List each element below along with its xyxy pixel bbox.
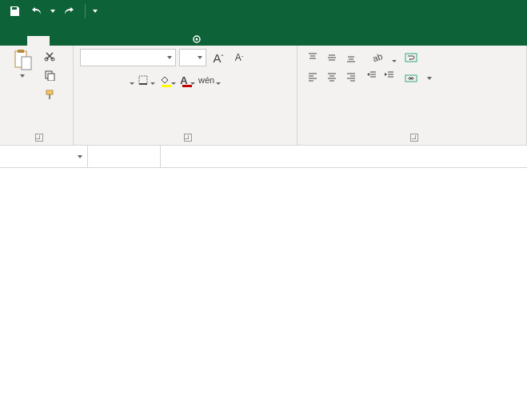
clipboard-dialog-launcher[interactable] [35,134,43,142]
svg-rect-8 [48,74,54,81]
redo-icon[interactable] [59,2,78,20]
tab-view[interactable] [162,36,184,46]
tab-pagelayout[interactable] [72,36,94,46]
align-right-icon[interactable] [342,68,360,86]
svg-rect-3 [18,50,24,53]
svg-point-1 [196,38,198,41]
svg-text:ab: ab [371,52,382,63]
align-top-icon[interactable] [304,49,321,66]
wrap-text-button[interactable] [405,49,432,66]
tab-insert[interactable] [50,36,72,46]
tab-data[interactable] [117,36,139,46]
svg-rect-41 [405,54,417,62]
shrink-font-icon[interactable]: Aˇ [230,49,248,66]
save-icon[interactable] [5,2,24,20]
name-box[interactable] [0,146,88,167]
formula-input[interactable] [161,146,527,167]
ribbon: Aˆ Aˇ A wén [0,46,527,146]
separator [85,4,86,18]
border-button[interactable] [138,71,157,89]
formula-bar [0,146,527,168]
undo-icon[interactable] [27,2,46,20]
cut-icon[interactable] [42,49,58,63]
bold-button[interactable] [80,71,98,89]
align-left-icon[interactable] [304,68,321,86]
font-name-select[interactable] [80,49,176,66]
increase-indent-icon[interactable] [381,66,398,84]
grow-font-icon[interactable]: Aˆ [210,49,227,66]
tab-formulas[interactable] [94,36,117,46]
tab-home[interactable] [27,36,50,46]
quick-access-toolbar [0,0,527,22]
font-size-select[interactable] [179,49,206,66]
group-alignment: ab [297,46,527,145]
ribbon-tabs [0,22,527,46]
align-bottom-icon[interactable] [342,49,360,66]
copy-icon[interactable] [42,68,58,82]
decrease-indent-icon[interactable] [363,66,381,84]
font-color-button[interactable]: A [179,71,197,89]
svg-rect-9 [46,90,53,94]
tab-file[interactable] [5,36,27,46]
format-painter-icon[interactable] [42,87,58,102]
svg-rect-4 [22,57,31,70]
align-middle-icon[interactable] [323,49,341,66]
customize-qat-icon[interactable] [92,2,98,20]
font-dialog-launcher[interactable] [184,134,192,142]
svg-rect-11 [139,76,147,84]
tell-me-search[interactable] [184,34,216,46]
svg-rect-10 [49,94,50,99]
undo-dropdown-icon[interactable] [50,2,56,20]
tab-review[interactable] [139,36,162,46]
merge-center-button[interactable] [405,70,432,87]
orientation-button[interactable]: ab [363,49,398,66]
fill-color-button[interactable] [158,71,178,89]
group-clipboard [0,46,74,145]
phonetic-button[interactable]: wén [198,71,222,89]
align-center-icon[interactable] [323,68,341,86]
alignment-dialog-launcher[interactable] [410,134,418,142]
paste-button[interactable] [6,49,38,78]
italic-button[interactable] [99,71,117,89]
group-font: Aˆ Aˇ A wén [74,46,297,145]
underline-button[interactable] [118,71,136,89]
